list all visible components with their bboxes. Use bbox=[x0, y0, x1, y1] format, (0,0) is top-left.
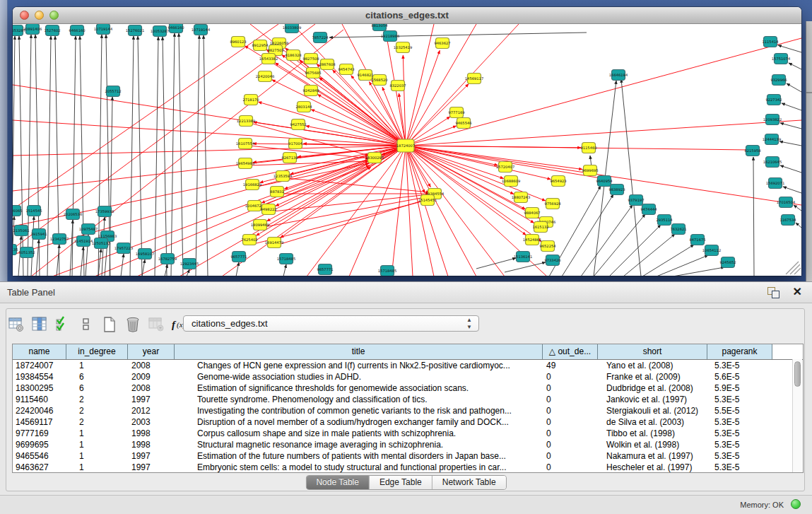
graph-edge[interactable] bbox=[392, 146, 406, 276]
graph-edge[interactable] bbox=[130, 36, 134, 276]
graph-edge[interactable] bbox=[476, 258, 516, 269]
graph-node[interactable]: 2803144 bbox=[295, 102, 312, 112]
graph-node[interactable]: 19166829 bbox=[243, 180, 261, 190]
graph-node[interactable]: 10053287 bbox=[151, 26, 169, 37]
graph-node[interactable]: 8322037 bbox=[389, 81, 406, 91]
graph-edge[interactable] bbox=[562, 194, 613, 276]
graph-node[interactable]: 10719144 bbox=[94, 24, 113, 35]
graph-node[interactable]: 19654983 bbox=[236, 158, 254, 169]
graph-edge[interactable] bbox=[13, 24, 278, 209]
graph-node[interactable]: 9474444 bbox=[640, 204, 657, 215]
graph-node[interactable]: 15145451 bbox=[418, 195, 437, 206]
graph-node[interactable]: 9884067 bbox=[524, 208, 540, 218]
graph-edge[interactable] bbox=[257, 200, 428, 243]
tab-edge-table[interactable]: Edge Table bbox=[370, 476, 433, 489]
graph-node[interactable]: 9227342 bbox=[765, 95, 782, 105]
vertical-scrollbar[interactable] bbox=[792, 359, 802, 472]
graph-node[interactable]: 12505135 bbox=[92, 238, 110, 249]
graph-node[interactable]: 8454743 bbox=[338, 64, 354, 75]
graph-node[interactable]: 1615132 bbox=[532, 222, 548, 233]
graph-edge[interactable] bbox=[163, 37, 167, 276]
graph-node[interactable]: 7857224 bbox=[312, 33, 329, 43]
graph-node[interactable]: 8813054 bbox=[371, 24, 388, 31]
graph-edge[interactable] bbox=[171, 33, 175, 276]
graph-node[interactable]: 8267130 bbox=[281, 153, 298, 163]
graph-node[interactable]: 10325419 bbox=[394, 42, 412, 53]
graph-node[interactable]: 7632621 bbox=[670, 224, 686, 235]
left-panel-divider[interactable] bbox=[0, 0, 8, 281]
graph-edge[interactable] bbox=[609, 225, 661, 276]
graph-node[interactable]: 9242848 bbox=[302, 86, 319, 96]
graph-node[interactable]: 12342757 bbox=[50, 234, 69, 245]
graph-node[interactable]: 9245652 bbox=[719, 257, 736, 268]
graph-node[interactable]: 12444139 bbox=[763, 134, 781, 145]
graph-edge[interactable] bbox=[349, 146, 406, 276]
graph-node[interactable]: 8960123 bbox=[230, 37, 246, 47]
tab-network-table[interactable]: Network Table bbox=[433, 476, 506, 489]
graph-node[interactable]: 9827508 bbox=[302, 54, 319, 64]
graph-node[interactable]: 11451914 bbox=[74, 236, 93, 247]
table-settings-button[interactable] bbox=[7, 315, 25, 334]
table-selector-dropdown[interactable]: citations_edges.txt ▲▼ bbox=[183, 315, 479, 332]
network-canvas[interactable]: 8960123891295418226058982750316543382818… bbox=[13, 24, 801, 276]
graph-node[interactable]: 16914479 bbox=[265, 238, 283, 248]
table-row[interactable]: 946554611997Estimation of the future num… bbox=[13, 450, 803, 462]
graph-node[interactable]: 16210645 bbox=[763, 157, 782, 168]
window-titlebar[interactable]: citations_edges.txt bbox=[13, 7, 801, 24]
graph-node[interactable]: 16646194 bbox=[609, 70, 628, 81]
graph-node[interactable]: 9657771 bbox=[230, 252, 247, 262]
column-header-pagerank[interactable]: pagerank bbox=[707, 344, 772, 359]
graph-node[interactable]: 15720407 bbox=[496, 162, 514, 173]
graph-node[interactable]: 18807243 bbox=[512, 192, 530, 203]
graph-edge[interactable] bbox=[13, 146, 406, 156]
graph-node[interactable]: 16543382 bbox=[259, 54, 278, 64]
graph-edge[interactable] bbox=[581, 205, 632, 276]
graph-node[interactable]: 1527602 bbox=[44, 25, 60, 36]
graph-node[interactable]: 16033809 bbox=[283, 24, 301, 33]
close-panel-icon[interactable]: ✕ bbox=[793, 285, 802, 298]
delete-rows-button[interactable] bbox=[124, 315, 142, 334]
graph-edge[interactable] bbox=[254, 122, 406, 146]
graph-node[interactable]: 16782759 bbox=[158, 254, 177, 264]
graph-node[interactable]: 8186328 bbox=[285, 50, 301, 61]
graph-node[interactable]: 15692071 bbox=[766, 178, 784, 189]
graph-node[interactable]: 6466160 bbox=[69, 25, 85, 36]
graph-node[interactable]: 12353594 bbox=[273, 171, 293, 182]
graph-node[interactable]: 9777169 bbox=[448, 107, 464, 118]
graph-edge[interactable] bbox=[406, 146, 749, 150]
graph-node[interactable]: 9465546 bbox=[455, 118, 471, 129]
graph-edge[interactable] bbox=[155, 37, 158, 276]
table-row[interactable]: 1938455462009Genome-wide association stu… bbox=[13, 371, 803, 382]
table-row[interactable]: 1872400712008Changes of HCN gene express… bbox=[13, 360, 803, 371]
graph-node[interactable]: 9657771 bbox=[317, 264, 333, 275]
graph-edge[interactable] bbox=[273, 194, 429, 211]
graph-edge[interactable] bbox=[179, 33, 183, 276]
graph-edge[interactable] bbox=[780, 165, 801, 173]
graph-node[interactable]: 9329966 bbox=[770, 75, 787, 86]
graph-edge[interactable] bbox=[621, 79, 641, 276]
graph-node[interactable]: 12923445 bbox=[180, 259, 199, 269]
graph-node[interactable]: 1167534 bbox=[779, 215, 796, 226]
graph-edge[interactable] bbox=[259, 102, 406, 146]
graph-node[interactable]: 9498222 bbox=[260, 204, 276, 215]
graph-node[interactable]: 9379197 bbox=[628, 195, 644, 206]
graph-node[interactable]: 15751074 bbox=[772, 54, 791, 64]
graph-node[interactable]: 12093822 bbox=[763, 115, 782, 125]
column-header-in_degree[interactable]: in_degree bbox=[66, 344, 128, 359]
graph-node[interactable]: 10654112 bbox=[702, 245, 721, 256]
table-row[interactable]: 946362711997Embryonic stem cells: a mode… bbox=[13, 462, 803, 473]
graph-edge[interactable] bbox=[673, 267, 724, 276]
select-rows-button[interactable] bbox=[54, 315, 72, 334]
table-row[interactable]: 977716911998Corpus callosum shape and si… bbox=[13, 428, 803, 439]
graph-node[interactable]: 8471675 bbox=[689, 235, 705, 245]
graph-node[interactable]: 2867608 bbox=[319, 59, 335, 70]
graph-edge[interactable] bbox=[81, 247, 83, 276]
graph-edge[interactable] bbox=[780, 123, 801, 129]
graph-node[interactable]: 7625402 bbox=[241, 235, 257, 245]
graph-edge[interactable] bbox=[266, 49, 406, 146]
graph-node[interactable]: 22420046 bbox=[256, 71, 274, 82]
graph-node[interactable]: 9699695 bbox=[582, 165, 598, 176]
graph-node[interactable]: 17957223 bbox=[114, 243, 133, 254]
graph-node[interactable]: 15136141 bbox=[514, 252, 532, 262]
graph-edge[interactable] bbox=[272, 80, 406, 146]
